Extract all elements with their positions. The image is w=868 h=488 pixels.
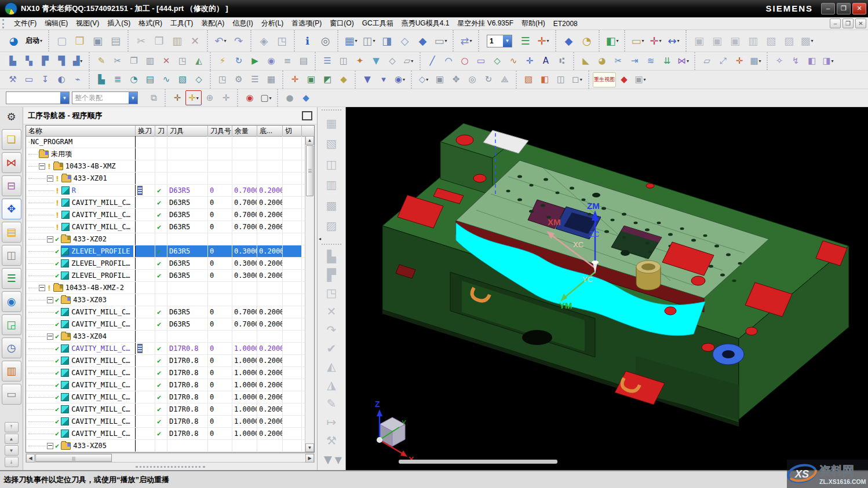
exploded-view-icon[interactable]: ▧ bbox=[762, 32, 780, 50]
maximize-button[interactable]: ❐ bbox=[837, 3, 851, 14]
process-studio-tab[interactable]: ◫ bbox=[2, 245, 21, 266]
name-cell[interactable]: !CAVITY_MILL_C... bbox=[26, 221, 136, 233]
offset-icon[interactable]: ≋ bbox=[643, 54, 659, 69]
table-row[interactable]: ✔433-XZ02 bbox=[26, 233, 305, 245]
view-orient-icon[interactable]: ◇▾ bbox=[415, 72, 432, 87]
project-curve-icon[interactable]: ⇊ bbox=[659, 54, 675, 69]
table-row[interactable]: !10433-4B-XMZ-2 bbox=[26, 282, 305, 294]
operation-strip-icon-9[interactable]: ✎ bbox=[322, 395, 341, 412]
boundary-icon[interactable]: ◇ bbox=[384, 54, 400, 69]
blank-icon[interactable]: ◫ bbox=[553, 72, 569, 87]
move-part-icon[interactable]: ▣ bbox=[708, 32, 726, 50]
menu-item-1[interactable]: 文件(F) bbox=[10, 17, 41, 30]
postprocess-icon[interactable]: ≡ bbox=[279, 54, 296, 69]
name-cell[interactable]: ✔433-XZ03 bbox=[26, 294, 136, 306]
print-icon[interactable]: ▤ bbox=[107, 32, 125, 50]
operation-strip-icon-11[interactable]: ⚒ bbox=[322, 432, 341, 449]
table-row[interactable]: ✔CAVITY_MILL_C...✔D63R500.70000.2000 bbox=[26, 318, 305, 331]
expand-collapse-icon[interactable] bbox=[47, 333, 53, 340]
tool-holder-icon[interactable]: ▼▾ bbox=[322, 451, 341, 469]
bounded-cube-icon[interactable]: ▣▾ bbox=[632, 72, 648, 87]
layer-settings-icon[interactable]: ☰ bbox=[516, 32, 534, 50]
model-canvas[interactable]: ZM ZC XM XC YC YM Z X Y bbox=[346, 107, 868, 470]
combo-dropdown-icon[interactable]: ▼ bbox=[60, 92, 69, 104]
operation-strip-icon-8[interactable]: ◮ bbox=[322, 377, 341, 393]
strip-drag-handle[interactable] bbox=[322, 109, 341, 111]
table-row[interactable]: ✔CAVITY_MILL_C...✔D17R0.801.00000.2000 bbox=[26, 428, 305, 440]
name-cell[interactable]: 未用项 bbox=[26, 148, 136, 160]
true-shading-icon[interactable]: ◨ bbox=[378, 32, 396, 50]
roles-gear-icon[interactable]: ⚙ bbox=[5, 111, 18, 123]
column-header-7[interactable]: 底... bbox=[257, 126, 283, 136]
table-row[interactable]: ✔433-XZ05 bbox=[26, 440, 305, 452]
operation-strip-icon-10[interactable]: ↦ bbox=[322, 414, 341, 430]
horizontal-scrollbar[interactable]: ◀ ||| ▶ bbox=[25, 453, 315, 463]
rectangle-icon[interactable]: ▭ bbox=[473, 54, 489, 69]
datum-csys-icon[interactable]: ✛ bbox=[731, 54, 747, 69]
chamfer-icon[interactable]: ◣ bbox=[578, 54, 594, 69]
program-order-view-icon[interactable]: ☰ bbox=[247, 72, 263, 87]
name-cell[interactable]: ✔CAVITY_MILL_C... bbox=[26, 416, 136, 427]
column-header-2[interactable]: 换刀 bbox=[136, 126, 155, 136]
mill-planar-icon[interactable]: ▭ bbox=[21, 72, 37, 87]
table-row[interactable]: !433-XZ01 bbox=[26, 173, 305, 185]
doc-restore-button[interactable]: ❐ bbox=[843, 19, 854, 28]
column-header-8[interactable]: 切 bbox=[283, 126, 302, 136]
display-properties-icon[interactable]: ◔ bbox=[578, 32, 596, 50]
polygon-icon[interactable]: ◇ bbox=[489, 54, 505, 69]
show-info-icon[interactable]: ℹ bbox=[298, 32, 316, 50]
move-component-icon[interactable]: ◳ bbox=[273, 32, 291, 50]
expand-collapse-icon[interactable] bbox=[47, 175, 53, 182]
menu-item-5[interactable]: 格式(R) bbox=[134, 17, 166, 30]
fixed-contour-icon[interactable]: ◔ bbox=[126, 72, 142, 87]
menu-item-13[interactable]: 燕秀UG模具4.1 bbox=[397, 17, 454, 30]
table-row[interactable]: !CAVITY_MILL_C...✔D63R500.70000.2000 bbox=[26, 209, 305, 221]
generate-toolpath-icon[interactable]: ⚡ bbox=[214, 54, 231, 69]
scroll-left-arrow-icon[interactable]: ◀ bbox=[26, 454, 35, 463]
zoom-icon[interactable]: ◎ bbox=[464, 72, 480, 87]
expand-collapse-icon[interactable] bbox=[47, 236, 53, 243]
name-cell[interactable]: ✔CAVITY_MILL_C... bbox=[26, 343, 136, 354]
tool-display-icon[interactable]: ▼ bbox=[368, 54, 384, 69]
column-header-6[interactable]: 余量 bbox=[232, 126, 257, 136]
snap-midpoint-icon[interactable]: ⊕ bbox=[202, 90, 218, 105]
menu-item-14[interactable]: 星空外挂 V6.935F bbox=[453, 17, 517, 30]
window-layout-icon[interactable]: ▦▾ bbox=[342, 32, 360, 50]
menu-item-2[interactable]: 编辑(E) bbox=[41, 17, 72, 30]
name-cell[interactable]: NC_PROGRAM bbox=[26, 136, 136, 148]
operation-strip-icon-6[interactable]: ✔ bbox=[322, 340, 341, 357]
circle-icon[interactable]: ○ bbox=[457, 54, 473, 69]
table-row[interactable]: ✔433-XZ03 bbox=[26, 294, 305, 306]
menu-item-11[interactable]: 窗口(O) bbox=[326, 17, 358, 30]
table-row[interactable]: !10433-4B-XMZ bbox=[26, 160, 305, 173]
tool-library-icon[interactable]: ▼ bbox=[359, 72, 375, 87]
search-icon[interactable]: ◎ bbox=[316, 32, 334, 50]
table-row[interactable]: ✔CAVITY_MILL_C...✔D17R0.801.00000.2000 bbox=[26, 367, 305, 379]
operation-strip-icon-3[interactable]: ◳ bbox=[322, 285, 341, 301]
table-row[interactable]: ✔CAVITY_MILL_C...✔D17R0.801.00000.2000 bbox=[26, 379, 305, 391]
name-cell[interactable]: !433-XZ01 bbox=[26, 173, 136, 184]
unblank-icon[interactable]: ◻▾ bbox=[569, 72, 585, 87]
name-cell[interactable]: ✔CAVITY_MILL_C... bbox=[26, 379, 136, 391]
object-color-icon[interactable]: ▧ bbox=[520, 72, 537, 87]
name-cell[interactable]: ✔CAVITY_MILL_C... bbox=[26, 306, 136, 318]
list-toolpath-icon[interactable]: ☰ bbox=[319, 54, 335, 69]
display-tool-icon[interactable]: ◭ bbox=[191, 54, 207, 69]
nx-swirl-icon[interactable]: ◕ bbox=[5, 32, 23, 50]
name-cell[interactable]: !R bbox=[26, 185, 136, 196]
flowcut-icon[interactable]: ∿ bbox=[158, 72, 174, 87]
expand-collapse-icon[interactable] bbox=[47, 443, 53, 449]
part-navigator-tab[interactable]: ⊟ bbox=[2, 175, 21, 196]
refresh-shaded-cube-icon[interactable]: ◆ bbox=[616, 72, 632, 87]
scroll-up-button[interactable]: ▲ bbox=[5, 434, 19, 444]
minimize-button[interactable]: – bbox=[821, 3, 835, 14]
undock-panel-icon[interactable] bbox=[302, 111, 312, 120]
column-header-5[interactable]: 刀具号 bbox=[208, 126, 232, 136]
delete-operation-icon[interactable]: ✕ bbox=[158, 54, 174, 69]
snapshot-icon[interactable]: ▣ bbox=[432, 72, 448, 87]
expand-collapse-icon[interactable] bbox=[39, 285, 45, 291]
render-style-icon[interactable]: ◫▾ bbox=[360, 32, 378, 50]
machining-wizard-tab[interactable]: ▤ bbox=[2, 222, 21, 243]
name-cell[interactable]: ✔CAVITY_MILL_C... bbox=[26, 318, 136, 330]
machine-tool-view-icon[interactable]: ⚙ bbox=[231, 72, 247, 87]
